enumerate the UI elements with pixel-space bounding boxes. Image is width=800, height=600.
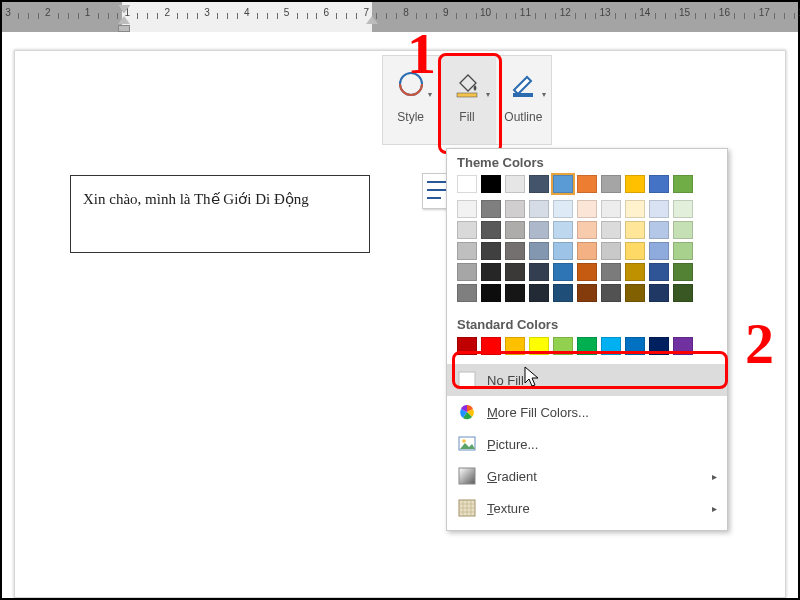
color-swatch[interactable] bbox=[457, 200, 477, 218]
color-swatch[interactable] bbox=[481, 242, 501, 260]
color-swatch[interactable] bbox=[577, 242, 597, 260]
picture-fill-menu-item[interactable]: Picture... bbox=[447, 428, 727, 460]
color-swatch[interactable] bbox=[505, 337, 525, 355]
color-swatch[interactable] bbox=[673, 337, 693, 355]
theme-colors-title: Theme Colors bbox=[447, 149, 727, 175]
menu-item-label: Picture... bbox=[487, 437, 538, 452]
pen-outline-icon bbox=[505, 66, 541, 102]
color-swatch[interactable] bbox=[457, 263, 477, 281]
theme-colors-grid bbox=[447, 175, 727, 311]
color-swatch[interactable] bbox=[529, 284, 549, 302]
color-swatch[interactable] bbox=[649, 175, 669, 193]
menu-item-label: More Fill Colors... bbox=[487, 405, 589, 420]
color-swatch[interactable] bbox=[553, 175, 573, 193]
color-swatch[interactable] bbox=[625, 284, 645, 302]
color-swatch[interactable] bbox=[673, 242, 693, 260]
color-swatch[interactable] bbox=[505, 200, 525, 218]
svg-rect-10 bbox=[459, 468, 475, 484]
color-swatch[interactable] bbox=[577, 175, 597, 193]
shape-style-icon bbox=[393, 66, 429, 102]
menu-item-label: Gradient bbox=[487, 469, 537, 484]
color-swatch[interactable] bbox=[553, 221, 573, 239]
color-swatch[interactable] bbox=[625, 221, 645, 239]
color-wheel-icon bbox=[457, 402, 477, 422]
color-swatch[interactable] bbox=[529, 200, 549, 218]
color-swatch[interactable] bbox=[457, 242, 477, 260]
standard-colors-grid bbox=[447, 337, 727, 364]
color-swatch[interactable] bbox=[529, 221, 549, 239]
color-swatch[interactable] bbox=[625, 175, 645, 193]
color-swatch[interactable] bbox=[649, 242, 669, 260]
color-swatch[interactable] bbox=[601, 242, 621, 260]
color-swatch[interactable] bbox=[649, 263, 669, 281]
color-swatch[interactable] bbox=[457, 221, 477, 239]
color-swatch[interactable] bbox=[481, 221, 501, 239]
color-swatch[interactable] bbox=[577, 284, 597, 302]
chevron-down-icon: ▾ bbox=[486, 90, 490, 99]
texture-fill-menu-item[interactable]: Texture ▸ bbox=[447, 492, 727, 524]
shape-style-button[interactable]: ▾ Style bbox=[383, 56, 439, 144]
color-swatch[interactable] bbox=[673, 200, 693, 218]
gradient-fill-menu-item[interactable]: Gradient ▸ bbox=[447, 460, 727, 492]
color-swatch[interactable] bbox=[553, 284, 573, 302]
color-swatch[interactable] bbox=[505, 221, 525, 239]
color-swatch[interactable] bbox=[481, 200, 501, 218]
color-swatch[interactable] bbox=[625, 263, 645, 281]
menu-item-label: Texture bbox=[487, 501, 530, 516]
svg-point-9 bbox=[462, 439, 466, 443]
shape-outline-button[interactable]: ▾ Outline bbox=[496, 56, 551, 144]
color-swatch[interactable] bbox=[673, 263, 693, 281]
document-textbox[interactable]: Xin chào, mình là Thế Giới Di Động bbox=[70, 175, 370, 253]
color-swatch[interactable] bbox=[505, 175, 525, 193]
color-swatch[interactable] bbox=[601, 200, 621, 218]
color-swatch[interactable] bbox=[529, 263, 549, 281]
color-swatch[interactable] bbox=[577, 221, 597, 239]
color-swatch[interactable] bbox=[481, 263, 501, 281]
color-swatch[interactable] bbox=[457, 337, 477, 355]
color-swatch[interactable] bbox=[553, 242, 573, 260]
paint-bucket-icon bbox=[449, 66, 485, 102]
color-swatch[interactable] bbox=[553, 337, 573, 355]
color-swatch[interactable] bbox=[649, 337, 669, 355]
color-swatch[interactable] bbox=[481, 175, 501, 193]
color-swatch[interactable] bbox=[577, 337, 597, 355]
color-swatch[interactable] bbox=[553, 263, 573, 281]
color-swatch[interactable] bbox=[649, 200, 669, 218]
color-swatch[interactable] bbox=[649, 284, 669, 302]
color-swatch[interactable] bbox=[601, 221, 621, 239]
color-swatch[interactable] bbox=[625, 337, 645, 355]
horizontal-ruler: 321123456789101112131415161718 bbox=[2, 2, 798, 32]
color-swatch[interactable] bbox=[457, 284, 477, 302]
fill-color-dropdown: Theme Colors Standard Colors No Fill bbox=[446, 148, 728, 531]
no-fill-icon bbox=[457, 370, 477, 390]
color-swatch[interactable] bbox=[601, 337, 621, 355]
color-swatch[interactable] bbox=[481, 337, 501, 355]
color-swatch[interactable] bbox=[577, 263, 597, 281]
color-swatch[interactable] bbox=[649, 221, 669, 239]
more-fill-colors-menu-item[interactable]: More Fill Colors... bbox=[447, 396, 727, 428]
no-fill-menu-item[interactable]: No Fill bbox=[447, 364, 727, 396]
color-swatch[interactable] bbox=[577, 200, 597, 218]
color-swatch[interactable] bbox=[505, 242, 525, 260]
color-swatch[interactable] bbox=[529, 337, 549, 355]
color-swatch[interactable] bbox=[505, 263, 525, 281]
color-swatch[interactable] bbox=[673, 284, 693, 302]
color-swatch[interactable] bbox=[457, 175, 477, 193]
color-swatch[interactable] bbox=[601, 284, 621, 302]
color-swatch[interactable] bbox=[625, 242, 645, 260]
ribbon-label: Fill bbox=[459, 110, 474, 124]
shape-fill-button[interactable]: ▾ Fill bbox=[439, 56, 495, 144]
color-swatch[interactable] bbox=[601, 263, 621, 281]
color-swatch[interactable] bbox=[481, 284, 501, 302]
color-swatch[interactable] bbox=[529, 242, 549, 260]
color-swatch[interactable] bbox=[505, 284, 525, 302]
color-swatch[interactable] bbox=[553, 200, 573, 218]
submenu-arrow-icon: ▸ bbox=[712, 503, 717, 514]
color-swatch[interactable] bbox=[673, 221, 693, 239]
svg-rect-5 bbox=[513, 93, 533, 97]
color-swatch[interactable] bbox=[529, 175, 549, 193]
color-swatch[interactable] bbox=[625, 200, 645, 218]
color-swatch[interactable] bbox=[601, 175, 621, 193]
texture-icon bbox=[457, 498, 477, 518]
color-swatch[interactable] bbox=[673, 175, 693, 193]
